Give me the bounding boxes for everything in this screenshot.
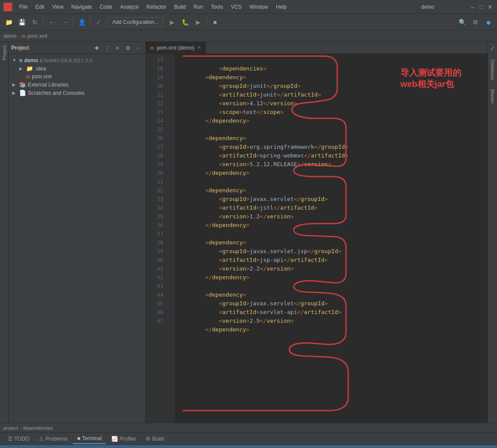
tree-item-idea[interactable]: ▶ 📁 .idea [9, 64, 145, 73]
line-num-21: 21 [146, 90, 163, 99]
tree-arrow-demo: ▼ [12, 58, 17, 63]
terminal-tab[interactable]: ■ Terminal [73, 434, 106, 444]
line-num-47: 47 [146, 317, 163, 325]
scratch-icon: 📄 [19, 90, 26, 96]
code-content[interactable]: <dependencies> <dependency> <groupId>jun… [175, 54, 487, 423]
save-button[interactable]: 💾 [16, 16, 28, 28]
profiler-label: Profiler [120, 436, 136, 442]
sidebar-settings-button[interactable]: ⚙ [124, 43, 132, 52]
tab-pom-xml[interactable]: m pom.xml (demo) ✕ [146, 42, 206, 54]
maven-tab[interactable]: Maven [489, 85, 497, 108]
todo-tab[interactable]: ☰ TODO [3, 434, 34, 444]
line-num-31: 31 [146, 177, 163, 186]
tab-close-button[interactable]: ✕ [197, 45, 201, 50]
line-num-41: 41 [146, 264, 163, 273]
add-content-root-button[interactable]: ✚ [92, 43, 101, 52]
line-num-28: 28 [146, 151, 163, 160]
bottom-toolbar: ☰ TODO ⚠ Problems ■ Terminal 📈 Profiler … [0, 432, 497, 445]
tab-label-pom: pom.xml (demo) [157, 45, 195, 51]
menu-refactor[interactable]: Refactor [143, 3, 170, 11]
code-line-18: <dependency> [178, 74, 246, 80]
menu-tools[interactable]: Tools [208, 3, 227, 11]
menu-build[interactable]: Build [171, 3, 189, 11]
line-num-30: 30 [146, 169, 163, 177]
code-line-37: <dependency> [178, 239, 246, 246]
breadcrumb-sep-1: › [18, 33, 20, 39]
line-num-35: 35 [146, 212, 163, 221]
todo-label: TODO [14, 436, 29, 442]
menu-code[interactable]: Code [96, 3, 116, 11]
code-line-19: <groupId>junit</groupId> [178, 83, 301, 89]
maximize-button[interactable]: □ [478, 3, 485, 10]
collapse-all-button[interactable]: ≡ [113, 43, 122, 52]
code-line-32: <groupId>javax.servlet</groupId> [178, 196, 328, 202]
menu-navigate[interactable]: Navigate [68, 3, 95, 11]
toolbar: 📁 💾 ↻ ← → 👤 ✓ Add Configuration... ▶ 🐛 ▶… [0, 14, 497, 30]
forward-button[interactable]: → [59, 16, 71, 28]
menu-edit[interactable]: Edit [32, 3, 48, 11]
tree-item-demo[interactable]: ▼ ■ demo E:\IntelliJ IDEA 2017.3.1\ [9, 56, 145, 64]
build-icon: ⚙ [146, 436, 151, 442]
menu-help[interactable]: Help [272, 3, 290, 11]
code-line-22: <scope>test</scope> [178, 109, 284, 115]
minimize-button[interactable]: – [469, 3, 476, 10]
code-line-41: </dependency> [178, 274, 249, 281]
scroll-from-source-button[interactable]: ⋮ [103, 43, 111, 52]
code-line-28: <version>5.2.12.RELEASE</version> [178, 161, 331, 167]
debug-button[interactable]: 🐛 [179, 16, 191, 28]
build-tab[interactable]: ⚙ Build [141, 434, 168, 444]
line-num-40: 40 [146, 256, 163, 264]
menu-vcs[interactable]: VCS [228, 3, 245, 11]
tree-label-pom: pom.xml [32, 74, 51, 80]
refresh-button[interactable]: ↻ [29, 16, 41, 28]
close-button[interactable]: ✕ [487, 3, 494, 10]
database-tab[interactable]: Database [489, 55, 497, 85]
maven-icon: m [22, 33, 26, 39]
toolbar-separator-1 [43, 17, 44, 27]
open-folder-button[interactable]: 📁 [3, 16, 15, 28]
profiler-tab[interactable]: 📈 Profiler [107, 434, 141, 444]
code-line-23: </dependency> [178, 117, 249, 124]
menu-run[interactable]: Run [190, 3, 207, 11]
back-button[interactable]: ← [46, 16, 58, 28]
settings-button[interactable]: ⚙ [469, 16, 481, 28]
code-line-45: <artifactId>servlet-api</artifactId> [178, 309, 342, 315]
tree-label-idea: .idea [35, 66, 46, 72]
line-num-43: 43 [146, 282, 163, 291]
menu-analyze[interactable]: Analyze [117, 3, 142, 11]
line-num-23: 23 [146, 108, 163, 117]
code-line-34: <version>1.2</version> [178, 213, 294, 220]
breadcrumb-file[interactable]: m pom.xml [22, 33, 47, 39]
main-area: Project Project ✚ ⋮ ≡ ⚙ − ▼ ■ demo E:\In… [0, 42, 497, 423]
code-line-46: <version>2.5</version> [178, 318, 294, 324]
problems-tab[interactable]: ⚠ Problems [34, 434, 72, 444]
tree-arrow-idea: ▶ [19, 66, 24, 71]
menu-window[interactable]: Window [246, 3, 272, 11]
tree-item-pomxml[interactable]: ▶ m pom.xml [9, 73, 145, 80]
run-button[interactable]: ▶ [166, 16, 178, 28]
terminal-icon: ■ [77, 435, 80, 441]
build-button[interactable]: ■ [209, 16, 221, 28]
plugins-button[interactable]: ◆ [482, 16, 494, 28]
code-line-38: <groupId>javax.servlet.jsp</groupId> [178, 248, 342, 254]
line-num-34: 34 [146, 204, 163, 212]
tree-item-external-libs[interactable]: ▶ 📚 External Libraries [9, 80, 145, 89]
vcs-button[interactable]: 👤 [76, 16, 88, 28]
run-with-coverage-button[interactable]: ▶ [192, 16, 204, 28]
menu-view[interactable]: View [49, 3, 67, 11]
project-tab[interactable]: Project [1, 42, 8, 64]
tree-item-scratches[interactable]: ▶ 📄 Scratches and Consoles [9, 89, 145, 97]
code-line-26: <groupId>org.springframework</groupId> [178, 144, 348, 150]
hide-sidebar-button[interactable]: − [134, 43, 143, 52]
problems-icon: ⚠ [39, 436, 44, 442]
search-everywhere-button[interactable]: 🔍 [456, 16, 468, 28]
menu-file[interactable]: File [16, 3, 31, 11]
status-bar: ☰ Event Log 49:29 L 5 UTF-8 4 spaces [0, 445, 497, 448]
breadcrumb-demo[interactable]: demo [3, 33, 17, 39]
line-num-37: 37 [146, 230, 163, 238]
check-status: ✓ [490, 44, 495, 53]
code-line-31: <dependency> [178, 187, 246, 194]
editor-tabs: m pom.xml (demo) ✕ [146, 42, 487, 54]
code-line-33: <artifactId>jstl</artifactId> [178, 204, 318, 211]
add-configuration-button[interactable]: Add Configuration... [107, 17, 163, 27]
